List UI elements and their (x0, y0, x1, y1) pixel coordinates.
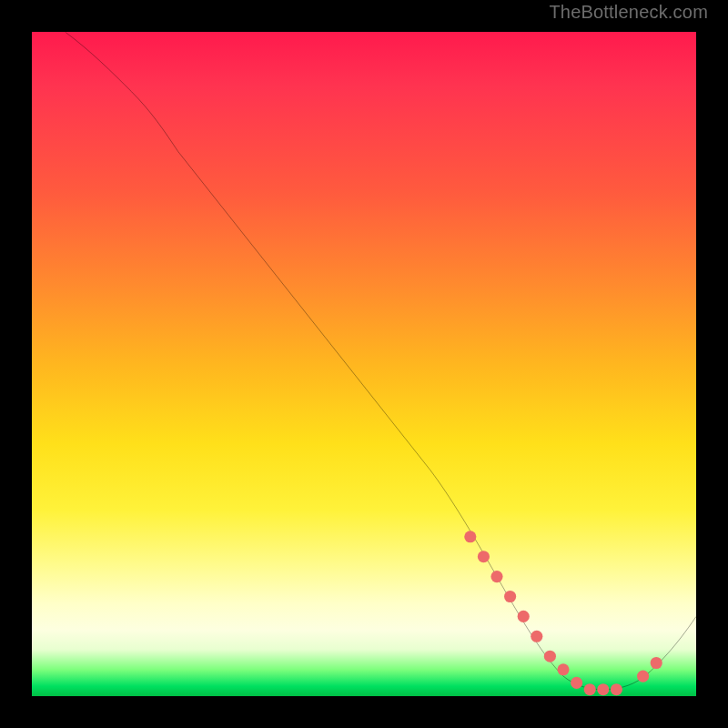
chart-svg (32, 32, 696, 696)
svg-point-3 (504, 591, 516, 602)
chart-frame (18, 18, 710, 710)
chart-plot-area (32, 32, 696, 696)
svg-point-6 (544, 651, 556, 662)
bottleneck-curve-path (66, 32, 697, 690)
svg-point-8 (571, 677, 582, 689)
svg-point-4 (518, 611, 530, 622)
svg-point-13 (651, 657, 662, 669)
svg-point-2 (490, 571, 502, 582)
svg-point-1 (478, 551, 490, 562)
svg-point-11 (611, 683, 622, 695)
highlight-dots (464, 531, 662, 695)
svg-point-12 (637, 671, 649, 682)
svg-point-5 (531, 631, 542, 642)
watermark-text: TheBottleneck.com (549, 2, 708, 23)
svg-point-9 (584, 683, 596, 695)
svg-point-7 (557, 663, 569, 675)
svg-point-10 (597, 683, 609, 695)
svg-point-0 (464, 531, 476, 542)
